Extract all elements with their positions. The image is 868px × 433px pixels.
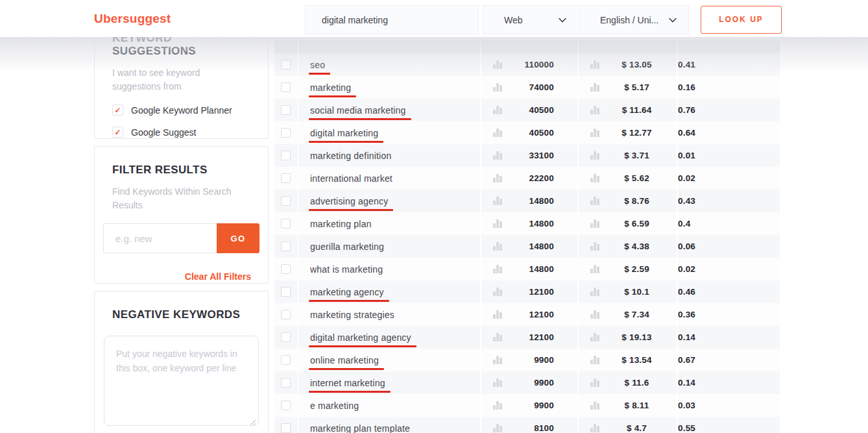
keyword-link[interactable]: marketing bbox=[310, 82, 351, 93]
table-row: marketing definition 33100 $ 3.71 0.01 bbox=[274, 144, 780, 167]
volume-value: 74000 bbox=[502, 82, 577, 92]
row-checkbox[interactable] bbox=[281, 105, 291, 115]
row-checkbox[interactable] bbox=[281, 219, 291, 229]
row-checkbox[interactable] bbox=[281, 287, 291, 297]
row-checkbox[interactable] bbox=[281, 423, 291, 433]
keyword-link[interactable]: what is marketing bbox=[310, 264, 383, 275]
go-button[interactable]: GO bbox=[217, 223, 259, 253]
keyword-search-input[interactable] bbox=[305, 5, 479, 34]
keyword-link[interactable]: marketing plan bbox=[310, 219, 372, 229]
row-competition-cell: 0.64 bbox=[678, 121, 780, 144]
row-volume-cell: 22200 bbox=[481, 167, 579, 190]
volume-bars-icon bbox=[493, 424, 502, 432]
language-country-select[interactable]: English / Uni... bbox=[580, 5, 689, 34]
row-checkbox[interactable] bbox=[281, 82, 291, 92]
competition-value: 0.76 bbox=[678, 105, 780, 115]
volume-value: 14800 bbox=[502, 264, 577, 274]
keyword-link[interactable]: marketing strategies bbox=[310, 310, 394, 320]
negative-keywords-textarea[interactable] bbox=[104, 336, 259, 426]
row-cpc-cell: $ 10.1 bbox=[579, 280, 678, 303]
source-option-google-keyword-planner[interactable]: Google Keyword Planner bbox=[112, 105, 250, 116]
row-volume-cell: 9900 bbox=[481, 394, 579, 417]
competition-value: 0.03 bbox=[678, 401, 780, 410]
source-option-google-suggest[interactable]: Google Suggest bbox=[112, 127, 250, 138]
cpc-bars-icon bbox=[590, 83, 599, 92]
row-competition-cell: 0.01 bbox=[678, 144, 780, 167]
row-cpc-cell: $ 11.6 bbox=[579, 371, 678, 394]
keyword-link[interactable]: marketing definition bbox=[310, 151, 391, 161]
cpc-bars-icon bbox=[590, 106, 599, 114]
row-checkbox[interactable] bbox=[281, 401, 291, 410]
keyword-link[interactable]: e marketing bbox=[310, 401, 359, 411]
row-checkbox[interactable] bbox=[281, 264, 291, 274]
ubersuggest-logo[interactable]: Ubersuggest bbox=[94, 0, 171, 37]
source-option-label: Google Suggest bbox=[131, 127, 196, 138]
cpc-bars-icon bbox=[590, 333, 599, 341]
volume-bars-icon bbox=[493, 197, 502, 205]
row-volume-cell: 14800 bbox=[481, 190, 579, 212]
keyword-link[interactable]: marketing plan template bbox=[310, 423, 410, 433]
keyword-link[interactable]: seo bbox=[310, 60, 325, 70]
row-volume-cell: 14800 bbox=[481, 212, 579, 235]
volume-value: 12100 bbox=[502, 287, 577, 297]
cpc-value: $ 11.64 bbox=[599, 105, 677, 115]
row-checkbox[interactable] bbox=[281, 151, 291, 160]
row-checkbox-cell bbox=[274, 121, 298, 144]
row-volume-cell: 74000 bbox=[481, 76, 579, 99]
row-checkbox[interactable] bbox=[281, 332, 291, 342]
volume-value: 40500 bbox=[502, 105, 577, 115]
keyword-link[interactable]: online marketing bbox=[310, 355, 379, 365]
row-competition-cell: 0.76 bbox=[678, 99, 780, 121]
volume-bars-icon bbox=[493, 288, 502, 296]
row-keyword-cell: advertising agency bbox=[298, 190, 481, 212]
competition-value: 0.64 bbox=[678, 128, 780, 138]
keyword-link[interactable]: guerilla marketing bbox=[310, 241, 384, 252]
row-keyword-cell: marketing plan template bbox=[298, 417, 481, 433]
row-cpc-cell: $ 13.54 bbox=[579, 349, 678, 371]
table-row: what is marketing 14800 $ 2.59 0.02 bbox=[274, 258, 780, 280]
competition-value: 0.14 bbox=[678, 378, 780, 388]
volume-bars-icon bbox=[493, 129, 502, 137]
keyword-link[interactable]: digital marketing bbox=[310, 128, 378, 138]
row-checkbox-cell bbox=[274, 99, 298, 121]
cpc-value: $ 5.17 bbox=[599, 82, 677, 92]
keyword-link[interactable]: social media marketing bbox=[310, 105, 406, 116]
cpc-bars-icon bbox=[590, 60, 599, 69]
table-row: international market 22200 $ 5.62 0.02 bbox=[274, 167, 780, 190]
table-row: e marketing 9900 $ 8.11 0.03 bbox=[274, 394, 780, 417]
checkbox-checked-icon[interactable] bbox=[112, 105, 123, 116]
row-checkbox[interactable] bbox=[281, 310, 291, 319]
row-cpc-cell: $ 12.77 bbox=[579, 121, 678, 144]
search-type-select[interactable]: Web bbox=[483, 5, 579, 34]
row-checkbox[interactable] bbox=[281, 196, 291, 206]
row-checkbox[interactable] bbox=[281, 241, 291, 251]
row-keyword-cell: internet marketing bbox=[298, 371, 481, 394]
keyword-link[interactable]: marketing agency bbox=[310, 287, 384, 297]
row-competition-cell: 0.46 bbox=[678, 280, 780, 303]
keyword-link[interactable]: digital marketing agency bbox=[310, 332, 411, 343]
row-checkbox[interactable] bbox=[281, 128, 291, 138]
negative-keywords-title: NEGATIVE KEYWORDS bbox=[112, 308, 259, 321]
row-volume-cell: 12100 bbox=[481, 326, 579, 349]
volume-bars-icon bbox=[493, 151, 502, 160]
cpc-value: $ 5.62 bbox=[599, 173, 677, 183]
row-cpc-cell: $ 11.64 bbox=[579, 99, 678, 121]
keyword-link[interactable]: advertising agency bbox=[310, 196, 388, 206]
row-competition-cell: 0.43 bbox=[678, 190, 780, 212]
look-up-button[interactable]: LOOK UP bbox=[701, 6, 782, 34]
row-checkbox[interactable] bbox=[281, 378, 291, 388]
row-checkbox-cell bbox=[274, 280, 298, 303]
row-checkbox-cell bbox=[274, 258, 298, 280]
keyword-link[interactable]: internet marketing bbox=[310, 378, 385, 388]
row-checkbox[interactable] bbox=[281, 173, 291, 183]
row-checkbox[interactable] bbox=[281, 355, 291, 365]
row-checkbox[interactable] bbox=[281, 60, 291, 69]
row-keyword-cell: e marketing bbox=[298, 394, 481, 417]
row-keyword-cell: marketing definition bbox=[298, 144, 481, 167]
keyword-link[interactable]: international market bbox=[310, 173, 392, 184]
table-row: digital marketing 40500 $ 12.77 0.64 bbox=[274, 121, 780, 144]
cpc-bars-icon bbox=[590, 174, 599, 182]
checkbox-checked-icon[interactable] bbox=[112, 127, 123, 138]
clear-all-filters-link[interactable]: Clear All Filters bbox=[112, 271, 251, 282]
filter-keyword-input[interactable] bbox=[103, 223, 217, 253]
